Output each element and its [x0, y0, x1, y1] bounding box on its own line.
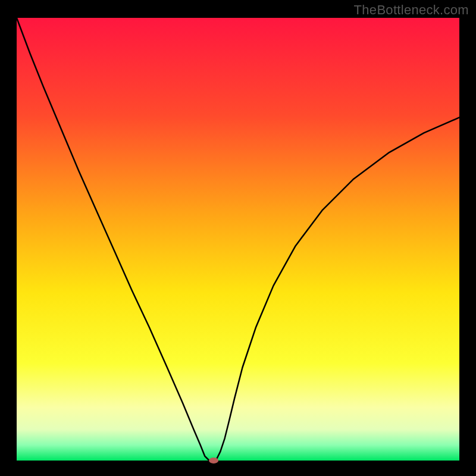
plot-background: [17, 18, 459, 461]
bottleneck-chart: [0, 0, 476, 476]
chart-frame: TheBottleneck.com: [0, 0, 476, 476]
optimal-point-marker: [209, 458, 218, 464]
